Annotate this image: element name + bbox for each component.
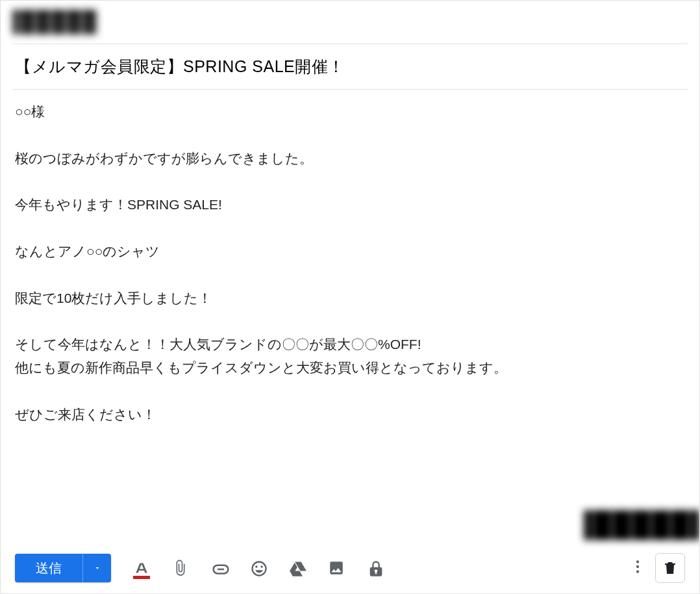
body-line: 他にも夏の新作商品早くもプライスダウンと大変お買い得となっております。 (15, 356, 685, 380)
send-button[interactable]: 送信 (15, 554, 82, 582)
emoji-icon[interactable] (250, 560, 267, 576)
body-line: 今年もやります！SPRING SALE! (15, 193, 685, 216)
discard-button[interactable] (655, 553, 685, 583)
body-line: なんとアノ○○のシャツ (15, 240, 685, 263)
svg-point-0 (636, 560, 639, 563)
body-line: 桜のつぼみがわずかですが膨らんできました。 (15, 147, 685, 170)
attach-icon[interactable] (172, 560, 189, 576)
more-options-icon[interactable] (629, 558, 646, 578)
signature-pixelated (584, 510, 699, 540)
compose-toolbar: 送信 (1, 543, 699, 593)
image-icon[interactable] (328, 560, 345, 576)
svg-point-2 (636, 570, 639, 573)
recipient-pixelated (12, 10, 97, 34)
toolbar-right (629, 553, 685, 583)
send-more-button[interactable] (82, 554, 111, 582)
body-line: ぜひご来店ください！ (15, 403, 685, 426)
link-icon[interactable] (211, 560, 228, 576)
svg-point-1 (636, 565, 639, 568)
send-split-button: 送信 (15, 554, 111, 582)
toolbar-icons (133, 560, 384, 576)
formatting-icon[interactable] (133, 560, 150, 576)
subject-field[interactable]: 【メルマガ会員限定】SPRING SALE開催！ (1, 44, 699, 89)
body-line: 限定で10枚だけ入手しました！ (15, 287, 685, 310)
drive-icon[interactable] (289, 560, 306, 576)
confidential-icon[interactable] (367, 560, 384, 576)
body-line: そして今年はなんと！！大人気ブランドの〇〇が最大〇〇%OFF! (15, 333, 685, 356)
message-body[interactable]: ○○様 桜のつぼみがわずかですが膨らんできました。 今年もやります！SPRING… (1, 90, 699, 426)
body-line: ○○様 (15, 100, 685, 123)
